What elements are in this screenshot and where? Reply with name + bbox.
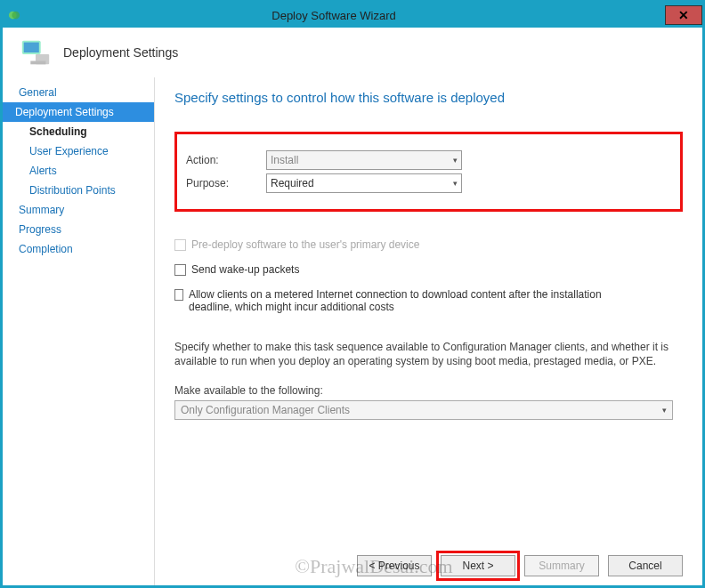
sidebar-item-progress[interactable]: Progress: [3, 220, 154, 239]
availability-select[interactable]: Only Configuration Manager Clients ▾: [174, 400, 673, 420]
chevron-down-icon: ▾: [662, 406, 667, 415]
banner-title: Deployment Settings: [63, 45, 178, 60]
sidebar-item-general[interactable]: General: [3, 83, 154, 102]
close-icon: ✕: [678, 8, 689, 22]
banner: Deployment Settings: [3, 28, 702, 77]
action-select[interactable]: Install ▾: [266, 150, 462, 170]
availability-label: Make available to the following:: [174, 384, 683, 397]
availability-value: Only Configuration Manager Clients: [181, 404, 350, 416]
checkbox-wakeup-label: Send wake-up packets: [191, 263, 299, 276]
action-label: Action:: [186, 154, 266, 166]
next-button[interactable]: Next >: [441, 555, 515, 576]
svg-rect-3: [24, 43, 39, 52]
checkbox-predeploy-label: Pre-deploy software to the user's primar…: [191, 238, 419, 251]
purpose-label: Purpose:: [186, 177, 266, 189]
checkbox-box[interactable]: [174, 264, 186, 276]
summary-button: Summary: [524, 555, 599, 576]
row-action: Action: Install ▾: [186, 150, 660, 170]
chevron-down-icon: ▾: [453, 156, 458, 165]
purpose-select[interactable]: Required ▾: [266, 173, 462, 193]
wizard-window: Deploy Software Wizard ✕ Deployment Sett…: [0, 0, 705, 588]
close-button[interactable]: ✕: [665, 5, 702, 25]
action-value: Install: [271, 154, 298, 166]
availability-description: Specify whether to make this task sequen…: [174, 340, 673, 368]
checkbox-wakeup[interactable]: Send wake-up packets: [174, 263, 637, 276]
checkbox-predeploy: Pre-deploy software to the user's primar…: [174, 238, 637, 251]
content-panel: Specify settings to control how this sof…: [155, 77, 702, 585]
cancel-button[interactable]: Cancel: [608, 555, 683, 576]
sidebar-item-user-experience[interactable]: User Experience: [3, 141, 154, 161]
content-heading: Specify settings to control how this sof…: [174, 90, 683, 105]
checkbox-metered-label: Allow clients on a metered Internet conn…: [189, 288, 637, 313]
svg-point-1: [12, 12, 20, 20]
sidebar-item-deployment-settings[interactable]: Deployment Settings: [3, 102, 154, 122]
titlebar: Deploy Software Wizard ✕: [3, 3, 702, 28]
checkbox-box[interactable]: [174, 289, 183, 301]
favicon-icon: [8, 9, 20, 21]
chevron-down-icon: ▾: [453, 179, 458, 188]
body: General Deployment Settings Scheduling U…: [3, 77, 702, 585]
sidebar-item-summary[interactable]: Summary: [3, 200, 154, 220]
svg-rect-5: [30, 61, 45, 65]
button-bar: < Previous Next > Summary Cancel: [174, 544, 683, 576]
sidebar: General Deployment Settings Scheduling U…: [3, 77, 154, 585]
row-purpose: Purpose: Required ▾: [186, 173, 660, 193]
previous-button[interactable]: < Previous: [357, 555, 432, 576]
computer-icon: [19, 36, 53, 69]
sidebar-item-completion[interactable]: Completion: [3, 239, 154, 259]
purpose-value: Required: [271, 177, 314, 189]
checkbox-metered[interactable]: Allow clients on a metered Internet conn…: [174, 288, 637, 313]
window-title: Deploy Software Wizard: [3, 9, 665, 22]
sidebar-item-distribution-points[interactable]: Distribution Points: [3, 181, 154, 200]
sidebar-item-alerts[interactable]: Alerts: [3, 161, 154, 181]
highlight-box: Action: Install ▾ Purpose: Required ▾: [174, 132, 683, 212]
sidebar-item-scheduling[interactable]: Scheduling: [3, 122, 154, 141]
checkbox-box: [174, 239, 186, 251]
